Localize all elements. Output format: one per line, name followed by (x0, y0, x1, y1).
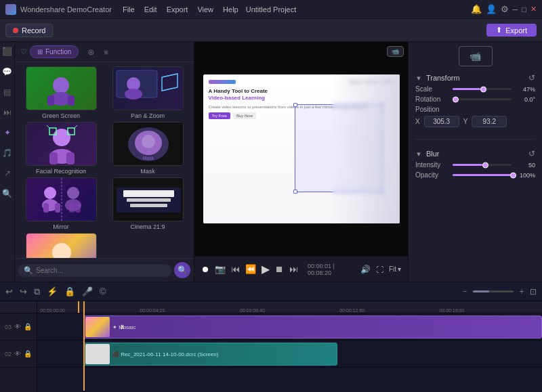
search-active-button[interactable]: 🔍 (174, 262, 190, 278)
sidebar-effects-icon[interactable]: ✦ (2, 127, 13, 138)
menu-file[interactable]: File (123, 5, 135, 14)
volume-icon[interactable]: 🔊 (360, 265, 371, 274)
menu-view[interactable]: View (197, 5, 213, 14)
skip-forward-button[interactable]: ⏭ (289, 264, 298, 274)
blur-chevron[interactable]: ▼ (415, 150, 422, 158)
effect-cinema[interactable]: Cinema 21:9 (106, 177, 190, 230)
pan-zoom-label: Pan & Zoom (131, 112, 165, 119)
sidebar-zoom-icon[interactable]: 🔍 (2, 188, 13, 199)
scale-thumb[interactable] (480, 86, 486, 92)
clip-mosaic[interactable]: ⏸ ✦ Mosaic (83, 315, 542, 339)
minimize-button[interactable]: ─ (513, 5, 518, 14)
effect-mask[interactable]: Mask Mask (106, 122, 190, 175)
audio-button[interactable]: ⚡ (47, 286, 58, 297)
zoom-out-button[interactable]: － (461, 286, 469, 297)
green-screen-preview (26, 67, 96, 110)
ruler-mark-1: 00:00:04:20 (140, 308, 165, 313)
app-logo (5, 4, 16, 15)
list-tab[interactable]: ≡ (104, 48, 108, 56)
transform-reset[interactable]: ↺ (528, 73, 535, 83)
zoom-fill (473, 290, 489, 292)
intensity-value: 50 (512, 162, 535, 169)
svg-point-0 (53, 77, 69, 93)
rotation-thumb[interactable] (453, 96, 459, 102)
zoom-in-button[interactable]: ＋ (518, 286, 526, 297)
clip-screen-label: ⬛ Rec_2021-06-11 14-10-00.dcrc (Screen) (110, 351, 218, 357)
sidebar-audio-icon[interactable]: 🎵 (2, 148, 13, 158)
ruler-mark-4: 00:00:16:80 (440, 308, 465, 313)
lock-button[interactable]: 🔒 (64, 286, 75, 297)
track-eye-02[interactable]: 👁 (14, 350, 21, 357)
timeline-ruler: 00:00:00:00 00:00:04:20 00:00:08:40 00:0… (37, 301, 542, 313)
svg-rect-35 (127, 198, 171, 202)
split-button[interactable]: ⧉ (34, 286, 40, 297)
transform-section-header: ▼ Transform ↺ (415, 73, 535, 83)
function-tab[interactable]: ⊞ Function (30, 45, 79, 58)
sidebar-media-icon[interactable]: ⬛ (2, 46, 13, 57)
account-icon[interactable]: 👤 (486, 4, 497, 14)
sidebar-annotation-icon[interactable]: ⏭ (2, 107, 13, 118)
scale-slider[interactable] (453, 88, 512, 90)
stop-button[interactable]: ⏹ (275, 264, 284, 274)
blur-section-header: ▼ Blur ↺ (415, 149, 535, 158)
rotation-slider[interactable] (453, 98, 512, 100)
clip-screen[interactable]: ⬛ Rec_2021-06-11 14-10-00.dcrc (Screen) (83, 343, 337, 366)
transform-chevron[interactable]: ▼ (415, 74, 422, 82)
scale-label: Scale (415, 85, 453, 93)
undo-button[interactable]: ↩ (5, 286, 13, 297)
menu-export[interactable]: Export (167, 5, 188, 14)
favorites-tab[interactable]: ♡ (20, 47, 27, 56)
zoom-slider[interactable] (473, 290, 514, 292)
play-button[interactable]: ▶ (262, 263, 270, 276)
pos-x-input[interactable] (424, 116, 459, 127)
transform-section: ▼ Transform ↺ Scale 47% Rotation (415, 73, 535, 129)
fit-button[interactable]: Fit ▾ (389, 265, 401, 273)
intensity-slider[interactable] (453, 164, 512, 166)
crop-icon[interactable]: ⛶ (376, 265, 383, 274)
record-button[interactable]: Record (5, 24, 53, 37)
search-input[interactable] (36, 267, 166, 274)
camera-ctrl[interactable]: 📷 (215, 264, 226, 274)
sidebar-transition-icon[interactable]: ▤ (2, 87, 13, 97)
redo-button[interactable]: ↪ (20, 286, 27, 297)
sidebar-cursor-icon[interactable]: ↗ (2, 168, 13, 179)
svg-line-8 (162, 74, 178, 77)
track-eye-03[interactable]: 👁 (14, 323, 21, 330)
opacity-slider[interactable] (453, 174, 512, 176)
effect-facial-recognition[interactable]: Facial Recognition (19, 122, 103, 175)
svg-rect-2 (47, 95, 54, 106)
menu-help[interactable]: Help (223, 5, 238, 14)
handle-bl[interactable] (293, 190, 297, 194)
effect-mirror[interactable]: Mirror (19, 177, 103, 230)
scale-fill (453, 88, 480, 90)
intensity-thumb[interactable] (482, 162, 488, 168)
notification-icon[interactable]: 🔔 (471, 4, 482, 14)
blur-reset[interactable]: ↺ (528, 149, 535, 158)
back-frame-button[interactable]: ⏪ (245, 264, 256, 274)
close-button[interactable]: ✕ (530, 5, 537, 14)
ruler-mark-0: 00:00:00:00 (40, 308, 65, 313)
pos-y-input[interactable] (472, 116, 507, 127)
svg-rect-25 (43, 203, 49, 213)
mic-button[interactable]: 🎤 (82, 286, 93, 297)
effect-green-screen[interactable]: Green Screen (19, 66, 103, 119)
settings-icon[interactable]: ⚙ (501, 4, 509, 14)
handle-tl[interactable] (293, 103, 297, 107)
track-lock-03[interactable]: 🔒 (24, 323, 32, 330)
effect-mosaic[interactable]: Mosaic Mosaic (19, 233, 103, 258)
export-button[interactable]: ⬆ Export (486, 24, 537, 37)
transform-label: Transform (426, 74, 460, 82)
template-tab[interactable]: ◎ (81, 46, 101, 58)
effect-pan-zoom[interactable]: Pan & Zoom (106, 66, 190, 119)
fit-timeline-button[interactable]: ⊡ (530, 287, 537, 297)
sidebar-text-icon[interactable]: 💬 (2, 66, 13, 77)
menu-edit[interactable]: Edit (144, 5, 157, 14)
opacity-thumb[interactable] (510, 172, 516, 178)
track-lock-02[interactable]: 🔒 (24, 350, 32, 357)
mask-label: Mask (140, 168, 155, 175)
skip-back-button[interactable]: ⏮ (231, 264, 240, 274)
preview-video: A Handy Tool to CreateVideo-based Learni… (194, 42, 408, 256)
copyright-button[interactable]: © (100, 286, 106, 297)
svg-text:Mask: Mask (142, 156, 154, 160)
maximize-button[interactable]: □ (522, 5, 526, 14)
